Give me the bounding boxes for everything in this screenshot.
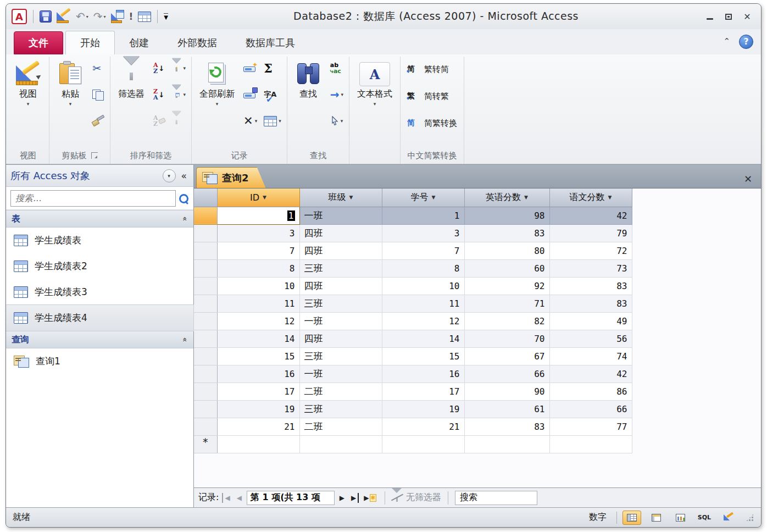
next-record-button[interactable]: ▶ (338, 493, 346, 503)
table-cell[interactable]: 92 (464, 277, 549, 295)
table-cell[interactable]: 42 (549, 207, 632, 224)
table-cell[interactable]: 15 (217, 347, 299, 365)
table-cell[interactable]: 19 (382, 400, 464, 418)
table-cell[interactable]: 61 (464, 400, 549, 418)
design-view-button[interactable] (719, 511, 738, 525)
table-cell[interactable]: 19 (217, 400, 299, 418)
table-cell[interactable]: 86 (549, 383, 632, 400)
table-cell[interactable]: 66 (549, 400, 632, 418)
table-cell[interactable]: 一班 (299, 207, 382, 224)
table-cell[interactable]: 10 (382, 277, 464, 295)
row-selector[interactable] (194, 365, 217, 383)
column-dropdown-icon[interactable]: ▼ (432, 195, 436, 200)
table-cell[interactable]: 83 (464, 418, 549, 435)
nav-pane-shutter-button[interactable]: « (179, 170, 189, 181)
table-cell[interactable]: 四班 (299, 242, 382, 259)
table-cell[interactable]: 49 (549, 312, 632, 330)
conversion-button[interactable]: 简 简繁转换 (405, 115, 459, 131)
nav-item-table[interactable]: 学生成绩表3 (6, 279, 193, 305)
table-cell[interactable]: 四班 (299, 224, 382, 242)
filter-options-button[interactable]: ▾ (170, 86, 188, 103)
row-selector[interactable] (194, 347, 217, 365)
row-selector[interactable] (194, 418, 217, 435)
table-cell[interactable]: 12 (382, 312, 464, 330)
restore-button[interactable] (722, 12, 735, 21)
table-cell[interactable]: 21 (217, 418, 299, 435)
new-record-cell[interactable] (299, 435, 382, 453)
minimize-button[interactable] (704, 12, 716, 21)
filter-button[interactable]: 筛选器 (114, 59, 149, 102)
record-search-input[interactable] (455, 491, 537, 505)
totals-button[interactable]: Σ (262, 60, 284, 76)
table-cell[interactable]: 15 (382, 347, 464, 365)
table-cell[interactable]: 1 (382, 207, 464, 224)
nav-item-table[interactable]: 学生成绩表4 (6, 305, 193, 331)
table-cell[interactable]: 70 (464, 330, 549, 347)
undo-dropdown[interactable]: ▾ (86, 14, 88, 19)
new-blank-record-button[interactable]: ▶✱ (362, 493, 378, 503)
new-record-cell[interactable] (217, 435, 299, 453)
table-cell[interactable]: 16 (217, 365, 299, 383)
undo-button[interactable]: ↶▾ (76, 11, 88, 22)
nav-item-table[interactable]: 学生成绩表2 (6, 253, 193, 279)
table-cell[interactable]: 8 (382, 259, 464, 277)
column-header-ID[interactable]: ID▼ (217, 189, 299, 207)
record-position-box[interactable]: 第 1 项(共 13 项 (247, 491, 335, 505)
table-cell[interactable]: 四班 (299, 277, 382, 295)
find-button[interactable]: 查找 (291, 59, 326, 102)
column-dropdown-icon[interactable]: ▼ (608, 195, 612, 200)
table-cell[interactable]: 21 (382, 418, 464, 435)
table-cell[interactable]: 二班 (299, 418, 382, 435)
row-selector[interactable] (194, 330, 217, 347)
nav-pane-menu-button[interactable]: ▾ (163, 169, 176, 182)
row-selector[interactable] (194, 312, 217, 330)
table-cell[interactable]: 3 (382, 224, 464, 242)
document-close-icon[interactable]: ✕ (744, 173, 755, 188)
table-cell[interactable]: 3 (217, 224, 299, 242)
select-button[interactable]: ▾ (328, 113, 346, 129)
sort-descending-button[interactable]: ZA↓ (151, 86, 168, 103)
table-cell[interactable]: 1 (217, 207, 299, 224)
table-cell[interactable]: 12 (217, 312, 299, 330)
column-dropdown-icon[interactable]: ▼ (349, 195, 353, 200)
goto-button[interactable]: →▾ (328, 86, 346, 103)
new-record-cell[interactable] (549, 435, 632, 453)
nav-section-header[interactable]: 查询« (6, 331, 193, 348)
traditional-to-simplified-button[interactable]: ➧简 繁转简 (405, 61, 459, 77)
table-cell[interactable]: 98 (464, 207, 549, 224)
table-cell[interactable]: 三班 (299, 295, 382, 312)
table-cell[interactable]: 72 (549, 242, 632, 259)
table-cell[interactable]: 一班 (299, 365, 382, 383)
collapse-chevron-icon[interactable]: « (181, 217, 190, 221)
table-cell[interactable]: 56 (549, 330, 632, 347)
row-selector[interactable] (194, 295, 217, 312)
text-format-button[interactable]: A 文本格式 ▾ (353, 59, 397, 109)
tab-home[interactable]: 开始 (65, 31, 115, 54)
save-record-button[interactable] (241, 86, 259, 103)
sort-ascending-button[interactable]: AZ↓ (151, 60, 168, 76)
datasheet-corner-cell[interactable] (194, 189, 217, 207)
table-cell[interactable]: 三班 (299, 347, 382, 365)
pivotchart-view-button[interactable] (671, 511, 690, 525)
row-selector[interactable] (194, 207, 217, 224)
copy-button[interactable] (90, 86, 107, 103)
previous-record-button[interactable]: ◀ (235, 493, 243, 503)
table-cell[interactable]: 79 (549, 224, 632, 242)
new-record-selector[interactable]: * (194, 435, 217, 453)
spelling-button[interactable]: 字A✔ (262, 86, 284, 103)
close-button[interactable]: ✕ (741, 12, 753, 21)
table-cell[interactable]: 三班 (299, 259, 382, 277)
format-painter-button[interactable] (90, 113, 107, 129)
no-filter-indicator[interactable]: 无筛选器 (392, 492, 441, 503)
datasheet-view-button[interactable] (623, 511, 641, 525)
view-switch-button[interactable] (57, 10, 71, 23)
table-cell[interactable]: 四班 (299, 330, 382, 347)
nav-item-query[interactable]: 查询1 (6, 348, 193, 374)
table-cell[interactable]: 83 (549, 277, 632, 295)
last-record-button[interactable]: ▶ (349, 493, 359, 503)
column-dropdown-icon[interactable]: ▼ (524, 195, 528, 200)
form-view-button[interactable] (111, 10, 124, 23)
table-cell[interactable]: 60 (464, 259, 549, 277)
table-cell[interactable]: 74 (549, 347, 632, 365)
new-record-cell[interactable] (464, 435, 549, 453)
